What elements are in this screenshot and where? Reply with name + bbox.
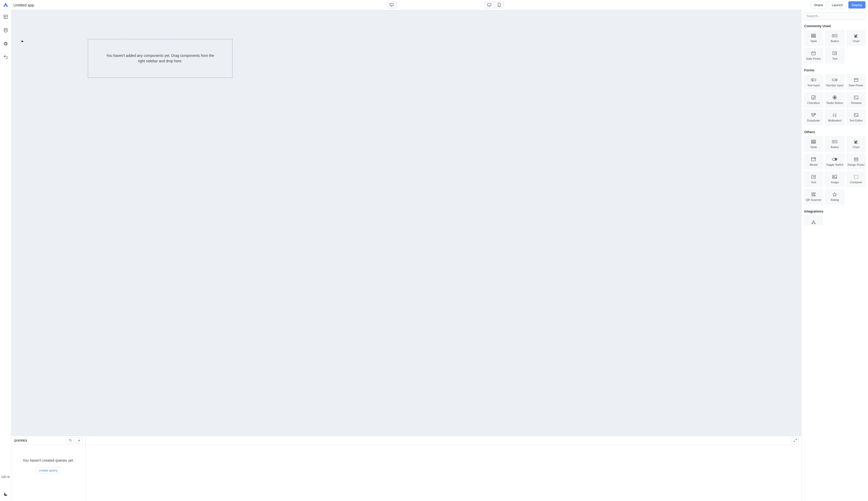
- component-card-button-others[interactable]: Button: [825, 136, 845, 152]
- component-card-toggle-switch[interactable]: Toggle Switch: [825, 153, 845, 170]
- app-body: 100 % ➤ You haven't added any components…: [0, 10, 868, 501]
- checkbox-icon: [811, 95, 816, 100]
- rail-database-button[interactable]: [3, 27, 9, 33]
- svg-rect-105: [854, 175, 858, 178]
- textarea-icon: T: [853, 95, 859, 100]
- header-center: [80, 2, 811, 8]
- chart-icon: [853, 139, 859, 144]
- rail-debug-button[interactable]: [3, 41, 9, 47]
- share-button[interactable]: Share: [811, 1, 826, 9]
- text-icon: T: [832, 51, 837, 56]
- svg-rect-108: [812, 195, 813, 196]
- component-card-chart-others[interactable]: Chart: [846, 136, 866, 152]
- number-input-icon: [832, 77, 837, 82]
- svg-line-116: [814, 222, 814, 223]
- component-card-text-others[interactable]: T Text: [804, 171, 823, 187]
- queries-search-button[interactable]: [67, 437, 74, 444]
- svg-rect-107: [814, 193, 815, 194]
- viewport-desktop-single-button[interactable]: [387, 2, 397, 8]
- comp-label: Rating: [831, 198, 839, 201]
- button-icon: [832, 33, 837, 38]
- component-card-checkbox[interactable]: Checkbox: [804, 92, 823, 108]
- component-card-rating[interactable]: Rating: [825, 189, 845, 205]
- queries-expand-button[interactable]: [792, 437, 799, 444]
- component-card-dropdown[interactable]: Dropdown: [804, 109, 823, 125]
- svg-rect-28: [811, 34, 815, 38]
- svg-text:T: T: [812, 176, 814, 178]
- svg-rect-93: [854, 158, 858, 161]
- component-search-wrap: [802, 10, 868, 22]
- dropzone-text: You haven't added any components yet. Dr…: [103, 53, 217, 64]
- svg-line-23: [71, 441, 72, 441]
- component-card-textarea[interactable]: T Textarea: [846, 92, 866, 108]
- component-card-qr-scanner[interactable]: QR Scanner: [804, 189, 823, 205]
- component-card-container[interactable]: Container: [846, 171, 866, 187]
- svg-rect-75: [811, 140, 815, 143]
- component-card-modal[interactable]: Modal: [804, 153, 823, 170]
- component-search-input[interactable]: [804, 12, 866, 20]
- toggle-icon: [832, 157, 837, 162]
- queries-add-button[interactable]: [75, 437, 83, 444]
- deploy-button[interactable]: Deploy: [848, 1, 865, 9]
- rail-undo-button[interactable]: [3, 54, 9, 60]
- svg-rect-110: [815, 196, 815, 196]
- component-card-date-picker-form[interactable]: Date Picker: [846, 74, 866, 90]
- comp-label: Text: [832, 57, 837, 60]
- svg-rect-98: [856, 160, 857, 160]
- queries-right-pane: [86, 436, 801, 501]
- component-card-table[interactable]: Table: [804, 30, 823, 46]
- svg-rect-97: [855, 160, 856, 160]
- container-icon: [853, 174, 859, 179]
- comp-label: QR Scanner: [806, 198, 822, 201]
- svg-point-92: [835, 159, 837, 160]
- component-card-text[interactable]: T Text: [825, 47, 845, 64]
- queries-header: QUERIES: [11, 436, 85, 445]
- component-card-image[interactable]: Image: [825, 171, 845, 187]
- component-card-range-picker[interactable]: Range Picker: [846, 153, 866, 170]
- section-title-integrations: Integrations: [802, 207, 868, 214]
- header-left: Untitled app: [3, 2, 80, 8]
- component-card-text-editor[interactable]: Text Editor: [846, 109, 866, 125]
- comp-label: Modal: [810, 163, 817, 166]
- component-card-chart[interactable]: Chart: [846, 30, 866, 46]
- zoom-level-label[interactable]: 100 %: [1, 475, 10, 479]
- svg-rect-40: [812, 52, 815, 55]
- svg-rect-103: [833, 175, 837, 179]
- svg-point-112: [813, 221, 814, 222]
- launch-button[interactable]: Launch: [828, 1, 846, 9]
- comp-label: Range Picker: [848, 163, 865, 166]
- component-card-integration[interactable]: [804, 215, 823, 226]
- canvas[interactable]: ➤ You haven't added any components yet. …: [15, 10, 797, 436]
- text-input-icon: [811, 77, 816, 82]
- empty-canvas-dropzone[interactable]: You haven't added any components yet. Dr…: [88, 39, 232, 78]
- left-rail: 100 %: [0, 10, 11, 501]
- button-icon: [832, 139, 837, 144]
- main-area: ➤ You haven't added any components yet. …: [11, 10, 801, 501]
- create-query-button[interactable]: create query: [36, 467, 61, 473]
- comp-label: Toggle Switch: [826, 163, 844, 166]
- comp-label: Radio Button: [827, 102, 843, 105]
- calendar-icon: [811, 51, 816, 56]
- component-card-number-input[interactable]: Number Input: [825, 74, 845, 90]
- comp-label: Table: [810, 40, 817, 43]
- queries-right-header: [86, 436, 801, 445]
- viewport-mobile-button[interactable]: [494, 2, 504, 8]
- component-card-table-others[interactable]: Table: [804, 136, 823, 152]
- app-logo[interactable]: [3, 2, 9, 8]
- calendar-icon: [853, 77, 859, 82]
- viewport-pair: [484, 2, 504, 8]
- theme-toggle-button[interactable]: [3, 491, 9, 497]
- viewport-desktop-button[interactable]: [484, 2, 494, 8]
- component-card-text-input[interactable]: Text Input: [804, 74, 823, 90]
- component-card-radio-button[interactable]: Radio Button: [825, 92, 845, 108]
- comp-label: Textarea: [851, 102, 861, 105]
- queries-actions: [67, 437, 83, 444]
- svg-rect-109: [814, 195, 814, 195]
- grid-commonly-used: Table Button Chart Date Picker T Text: [802, 29, 868, 66]
- component-card-button[interactable]: Button: [825, 30, 845, 46]
- app-title[interactable]: Untitled app: [13, 3, 34, 7]
- component-card-multiselect[interactable]: Multiselect: [825, 109, 845, 125]
- comp-label: Button: [831, 146, 839, 149]
- component-card-date-picker[interactable]: Date Picker: [804, 47, 823, 64]
- rail-components-button[interactable]: [3, 14, 9, 20]
